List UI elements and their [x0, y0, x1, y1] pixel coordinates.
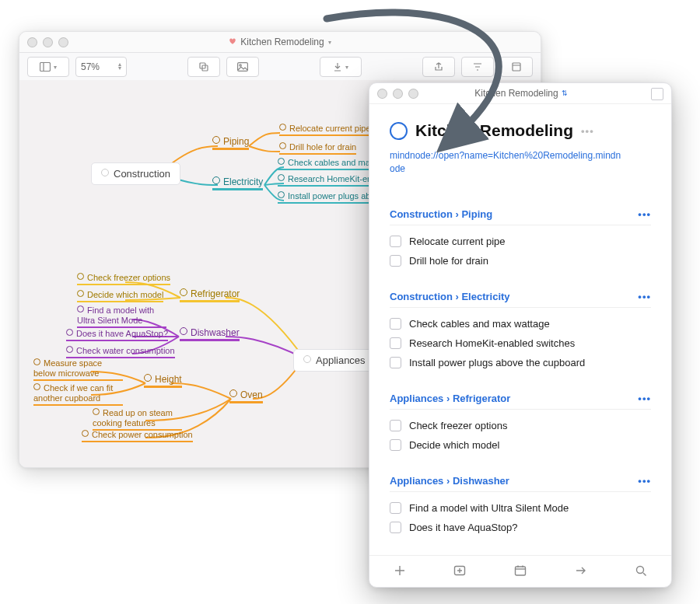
group-name: Appliances › Dishwasher [390, 475, 509, 487]
task-row[interactable]: Decide which model [390, 435, 651, 455]
task-row[interactable]: Does it have AquaStop? [390, 518, 651, 537]
things-bottom-toolbar [369, 555, 671, 587]
sort-icon[interactable]: ⇅ [562, 89, 566, 97]
task-row[interactable]: Drill hole for drain [390, 251, 651, 271]
task-label: Check freezer options [409, 420, 507, 431]
ellipsis-icon[interactable]: ••• [638, 475, 651, 487]
checkbox-icon[interactable] [390, 255, 401, 267]
task-label: Does it have AquaStop? [409, 522, 518, 533]
svg-rect-4 [238, 63, 248, 72]
new-project-button[interactable] [444, 564, 475, 579]
cat-dishwasher[interactable]: Dishwasher [180, 327, 240, 341]
filter-button[interactable] [461, 57, 494, 77]
checkbox-icon[interactable] [390, 357, 401, 368]
task-row[interactable]: Relocate current pipe [390, 232, 651, 251]
group-0: Construction › Piping ••• Relocate curre… [390, 208, 651, 271]
task-row[interactable]: Research HomeKit-enabled switches [390, 333, 651, 353]
move-button[interactable] [565, 564, 597, 579]
ellipsis-icon[interactable]: ••• [581, 125, 594, 137]
window-title[interactable]: Kitchen Remodeling ▾ [229, 37, 331, 47]
zoom-selector[interactable]: 57% ▴▾ [75, 57, 127, 77]
task-label: Check cables and max wattage [409, 318, 550, 330]
checkbox-icon[interactable] [390, 236, 401, 247]
cat-piping[interactable]: Piping [212, 136, 249, 150]
leaf-drill-drain[interactable]: Drill hole for drain [279, 142, 356, 155]
traffic-lights[interactable] [377, 89, 418, 99]
ellipsis-icon[interactable]: ••• [638, 393, 651, 404]
mindnode-titlebar: Kitchen Remodeling ▾ [19, 32, 541, 53]
chevron-down-icon[interactable]: ▾ [328, 39, 331, 46]
leaf-steam-cooking[interactable]: Read up on steam cooking features [93, 408, 182, 431]
mindnode-toolbar: ▾ 57% ▴▾ ▾ [19, 53, 541, 82]
leaf-check-cupboard[interactable]: Check if we can fit another cupboard [33, 383, 123, 406]
checkbox-icon[interactable] [390, 502, 401, 514]
traffic-lights[interactable] [27, 37, 68, 47]
svg-rect-6 [513, 63, 520, 71]
cat-height[interactable]: Height [144, 374, 182, 388]
project-title: Kitchen Remodeling [415, 121, 573, 140]
minimize-icon[interactable] [43, 37, 53, 47]
group-header[interactable]: Appliances › Refrigerator ••• [390, 393, 651, 410]
cat-oven[interactable]: Oven [229, 389, 263, 403]
new-window-icon[interactable] [651, 88, 663, 100]
heart-icon [229, 37, 236, 47]
task-label: Relocate current pipe [409, 236, 506, 247]
text-style-button[interactable] [187, 57, 220, 77]
calendar-button[interactable] [505, 564, 536, 579]
close-icon[interactable] [27, 37, 37, 47]
task-label: Drill hole for drain [409, 255, 488, 267]
group-3: Appliances › Dishwasher ••• Find a model… [390, 475, 651, 537]
minimize-icon[interactable] [393, 89, 403, 99]
checkbox-icon[interactable] [390, 337, 401, 349]
task-row[interactable]: Check cables and max wattage [390, 314, 651, 333]
maximize-icon[interactable] [408, 89, 418, 99]
checkbox-icon[interactable] [390, 420, 401, 431]
node-status-icon [303, 355, 311, 363]
task-row[interactable]: Find a model with Ultra Silent Mode [390, 498, 651, 518]
cat-electricity[interactable]: Electricity [212, 176, 263, 190]
leaf-relocate-pipe[interactable]: Relocate current pipe [279, 124, 371, 136]
svg-point-5 [240, 65, 241, 66]
node-construction[interactable]: Construction [91, 162, 180, 185]
group-1: Construction › Electricity ••• Check cab… [390, 291, 651, 372]
ellipsis-icon[interactable]: ••• [638, 291, 651, 302]
checkbox-icon[interactable] [390, 318, 401, 330]
task-row[interactable]: Install power plugs above the cupboard [390, 353, 651, 372]
task-row[interactable]: Check freezer options [390, 416, 651, 435]
task-label: Research HomeKit-enabled switches [409, 337, 575, 349]
leaf-aquastop[interactable]: Does it have AquaStop? [66, 329, 168, 341]
group-header[interactable]: Appliances › Dishwasher ••• [390, 475, 651, 492]
chevron-down-icon: ▾ [345, 64, 348, 71]
task-label: Decide which model [409, 439, 499, 451]
inspector-button[interactable] [500, 57, 533, 77]
group-name: Construction › Electricity [390, 291, 510, 302]
checkbox-icon[interactable] [390, 522, 401, 533]
search-button[interactable] [625, 564, 656, 579]
leaf-water-cons[interactable]: Check water consumption [66, 346, 175, 358]
close-icon[interactable] [377, 89, 387, 99]
things-window-title[interactable]: Kitchen Remodeling ⇅ [474, 88, 565, 99]
svg-point-13 [637, 566, 644, 573]
leaf-measure-space[interactable]: Measure space below microwave [33, 358, 123, 381]
ellipsis-icon[interactable]: ••• [638, 208, 651, 220]
leaf-power-cons[interactable]: Check power consumption [82, 430, 193, 442]
group-header[interactable]: Construction › Piping ••• [390, 208, 651, 225]
sidebar-toggle-button[interactable]: ▾ [27, 57, 69, 77]
project-notes-link[interactable]: mindnode://open?name=Kitchen%20Remodelin… [390, 149, 623, 176]
cat-refrigerator[interactable]: Refrigerator [180, 288, 240, 302]
checkbox-icon[interactable] [390, 439, 401, 451]
zoom-value: 57% [81, 61, 100, 72]
image-button[interactable] [226, 57, 259, 77]
download-button[interactable]: ▾ [320, 57, 362, 77]
chevron-down-icon: ▾ [54, 64, 57, 71]
maximize-icon[interactable] [58, 37, 68, 47]
share-button[interactable] [422, 57, 455, 77]
leaf-ultra-silent[interactable]: Find a model with Ultra Silent Mode [77, 305, 166, 328]
things-content: Kitchen Remodeling ••• mindnode://open?n… [369, 104, 671, 555]
node-appliances[interactable]: Appliances [293, 349, 376, 372]
leaf-decide-model[interactable]: Decide which model [77, 290, 163, 302]
new-todo-button[interactable] [384, 564, 415, 579]
project-progress-icon[interactable] [390, 122, 408, 140]
leaf-check-freezer[interactable]: Check freezer options [77, 273, 170, 285]
group-header[interactable]: Construction › Electricity ••• [390, 291, 651, 308]
